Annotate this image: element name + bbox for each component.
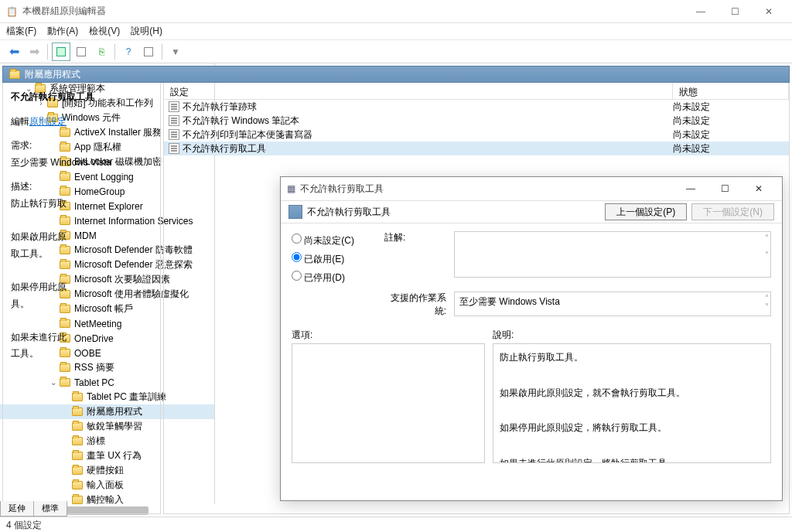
desc-line: 防止執行剪取 xyxy=(11,196,152,213)
comment-field[interactable]: ˄˅ xyxy=(454,231,771,278)
prev-setting-button[interactable]: 上一個設定(P) xyxy=(605,203,687,220)
policy-title: 不允許執行剪取工具 xyxy=(11,89,152,106)
desc-line: 如果啟用此原 xyxy=(11,229,152,246)
dialog-minimize-button[interactable]: — xyxy=(674,178,708,200)
list-row[interactable]: 不允許執行 Windows 筆記本尚未設定 xyxy=(164,114,789,128)
menubar: 檔案(F) 動作(A) 檢視(V) 說明(H) xyxy=(0,23,792,40)
list-row[interactable]: 不允許執行剪取工具尚未設定 xyxy=(164,142,789,155)
options-label: 選項: xyxy=(292,329,485,342)
row-name: 不允許執行筆跡球 xyxy=(183,101,673,114)
list-row[interactable]: 不允許列印到筆記本便箋書寫器尚未設定 xyxy=(164,128,789,142)
tb-export-icon[interactable]: ⎘ xyxy=(92,43,111,61)
dialog-header: 不允許執行剪取工具 上一個設定(P) 下一個設定(N) xyxy=(281,200,782,223)
policy-icon xyxy=(169,143,179,154)
forward-button[interactable]: ➡ xyxy=(25,43,43,61)
help-line: 如果停用此原則設定，將執行剪取工具。 xyxy=(500,419,764,437)
policy-header-icon xyxy=(288,205,302,219)
help-line: 防止執行剪取工具。 xyxy=(500,349,764,367)
desc-line: 工具。 xyxy=(11,346,152,363)
desc-line: 如果停用此原 xyxy=(11,279,152,296)
dialog-titlebar: ▦ 不允許執行剪取工具 — ☐ ✕ xyxy=(281,177,782,200)
comment-label: 註解: xyxy=(384,231,446,244)
tb-filter-icon[interactable]: ▼ xyxy=(166,43,185,61)
window-titlebar: 📋 本機群組原則編輯器 — ☐ ✕ xyxy=(0,0,792,23)
desc-line: 具。 xyxy=(11,296,152,313)
maximize-button[interactable]: ☐ xyxy=(718,1,752,22)
separator xyxy=(47,44,48,60)
edit-policy-link[interactable]: 原則設定 xyxy=(29,116,67,127)
desc-line: 取工具。 xyxy=(11,246,152,263)
path-header-label: 附屬應用程式 xyxy=(25,68,80,81)
menu-action[interactable]: 動作(A) xyxy=(47,25,78,38)
col-state[interactable]: 狀態 xyxy=(673,83,789,99)
help-line: 如果啟用此原則設定，就不會執行剪取工具。 xyxy=(500,384,764,402)
dialog-maximize-button[interactable]: ☐ xyxy=(708,178,742,200)
row-state: 尚未設定 xyxy=(673,114,789,128)
policy-icon xyxy=(169,115,179,126)
options-box xyxy=(292,343,485,463)
req-label: 需求: xyxy=(11,138,152,155)
dialog-title: 不允許執行剪取工具 xyxy=(300,182,674,196)
desc-line: 如果未進行此 xyxy=(11,329,152,346)
folder-icon xyxy=(9,70,20,79)
window-title: 本機群組原則編輯器 xyxy=(22,5,684,18)
supported-field: 至少需要 Windows Vista˄˅ xyxy=(454,292,771,316)
separator xyxy=(162,44,162,60)
statusbar: 4 個設定 xyxy=(0,517,792,532)
edit-prefix: 編輯 xyxy=(11,116,29,127)
col-setting[interactable]: 設定 xyxy=(164,83,673,99)
radio-not-configured[interactable]: 尚未設定(C) xyxy=(292,231,377,250)
req-value: 至少需要 Windows Vista xyxy=(11,155,152,172)
app-icon: 📋 xyxy=(6,6,18,17)
view-tabs: 延伸 標準 xyxy=(0,501,67,517)
tb-props-icon[interactable] xyxy=(139,43,158,61)
help-box: 防止執行剪取工具。如果啟用此原則設定，就不會執行剪取工具。如果停用此原則設定，將… xyxy=(493,343,771,463)
separator xyxy=(114,44,115,60)
tb-icon-1[interactable] xyxy=(52,43,70,61)
toolbar: ⬅ ➡ ⎘ ? ▼ xyxy=(0,40,792,63)
row-name: 不允許執行 Windows 筆記本 xyxy=(183,114,673,128)
row-state: 尚未設定 xyxy=(673,101,789,114)
radio-enabled[interactable]: 已啟用(E) xyxy=(292,250,377,268)
details-pane: 不允許執行剪取工具 編輯原則設定 需求: 至少需要 Windows Vista … xyxy=(2,83,161,514)
dialog-header-title: 不允許執行剪取工具 xyxy=(307,206,391,219)
list-row[interactable]: 不允許執行筆跡球尚未設定 xyxy=(164,100,789,114)
close-button[interactable]: ✕ xyxy=(752,1,786,22)
dialog-close-button[interactable]: ✕ xyxy=(742,178,776,200)
row-name: 不允許列印到筆記本便箋書寫器 xyxy=(183,128,673,142)
help-line: 如果未進行此原則設定，將執行剪取工具。 xyxy=(500,455,764,463)
tb-icon-2[interactable] xyxy=(72,43,90,61)
back-button[interactable]: ⬅ xyxy=(5,43,23,61)
dialog-icon: ▦ xyxy=(287,183,295,194)
policy-icon xyxy=(169,129,179,140)
list-header: 設定 狀態 xyxy=(164,83,789,100)
menu-help[interactable]: 說明(H) xyxy=(131,25,162,38)
policy-dialog: ▦ 不允許執行剪取工具 — ☐ ✕ 不允許執行剪取工具 上一個設定(P) 下一個… xyxy=(280,176,783,501)
path-header: 附屬應用程式 xyxy=(2,66,790,83)
tab-standard[interactable]: 標準 xyxy=(33,501,67,517)
minimize-button[interactable]: — xyxy=(684,1,718,22)
row-state: 尚未設定 xyxy=(673,128,789,142)
radio-disabled[interactable]: 已停用(D) xyxy=(292,268,377,287)
row-name: 不允許執行剪取工具 xyxy=(183,142,673,155)
state-radios: 尚未設定(C) 已啟用(E) 已停用(D) xyxy=(292,231,377,287)
menu-file[interactable]: 檔案(F) xyxy=(6,25,36,38)
row-state: 尚未設定 xyxy=(673,142,789,155)
policy-icon xyxy=(169,101,179,112)
menu-view[interactable]: 檢視(V) xyxy=(89,25,120,38)
next-setting-button[interactable]: 下一個設定(N) xyxy=(691,203,774,220)
help-label: 說明: xyxy=(493,329,771,342)
tb-help-icon[interactable]: ? xyxy=(119,43,138,61)
desc-label: 描述: xyxy=(11,179,152,196)
supported-label: 支援的作業系統: xyxy=(384,292,446,318)
tab-extended[interactable]: 延伸 xyxy=(0,501,34,517)
